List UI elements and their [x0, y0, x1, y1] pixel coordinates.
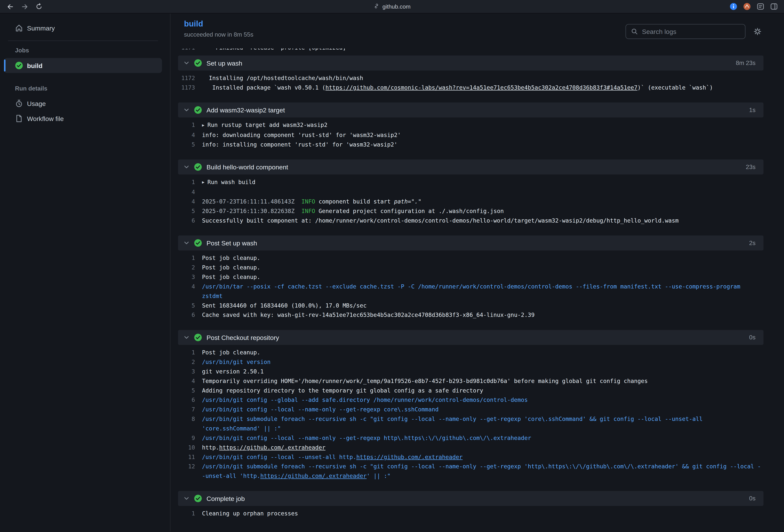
line-number[interactable]: 9: [178, 433, 202, 443]
log-line: 7/usr/bin/git config --local --name-only…: [178, 405, 763, 415]
address-bar[interactable]: github.com: [373, 3, 411, 10]
line-number[interactable]: 1: [178, 509, 202, 519]
log-viewer: 1171 Finished `release` profile [optimiz…: [171, 48, 784, 531]
line-number[interactable]: 8: [178, 415, 202, 433]
line-text: /usr/bin/git version: [202, 358, 763, 367]
url-text: github.com: [383, 3, 411, 9]
step-duration: 23s: [746, 164, 756, 171]
run-details-section-label: Run details: [4, 85, 162, 92]
sidebar-item-usage[interactable]: Usage: [4, 96, 162, 111]
line-number[interactable]: 4: [178, 197, 202, 206]
step-header[interactable]: Post Checkout repository0s: [178, 330, 763, 345]
success-check-icon: [194, 106, 202, 114]
line-number[interactable]: 10: [178, 443, 202, 452]
chevron-down-icon[interactable]: [184, 164, 190, 170]
line-text: Post job cleanup.: [202, 263, 763, 273]
line-number[interactable]: 6: [178, 310, 202, 320]
line-number[interactable]: 4: [178, 282, 202, 301]
chevron-down-icon[interactable]: [184, 60, 190, 66]
step-header[interactable]: Build hello-world component23s: [178, 160, 763, 174]
line-text: Finished `release` profile [optimized]: [202, 48, 763, 52]
log-link[interactable]: https://github.com/.extraheader: [260, 472, 367, 479]
line-number[interactable]: 5: [178, 386, 202, 395]
line-number[interactable]: 1173: [178, 83, 202, 93]
step-duration: 0s: [749, 334, 755, 341]
reader-mode-icon[interactable]: [757, 2, 764, 10]
line-text: info: installing component 'rust-std' fo…: [202, 140, 763, 149]
settings-gear-button[interactable]: [754, 27, 761, 35]
line-number[interactable]: 3: [178, 273, 202, 282]
step-header[interactable]: Complete job0s: [178, 491, 763, 506]
step-log-body: 1172 Installing /opt/hostedtoolcache/was…: [178, 71, 763, 103]
line-number[interactable]: 1: [178, 177, 202, 187]
sidebar-item-summary[interactable]: Summary: [4, 21, 162, 36]
search-logs-input[interactable]: [642, 28, 740, 35]
back-button[interactable]: [6, 2, 15, 11]
job-title-link[interactable]: build: [184, 20, 203, 28]
step-header[interactable]: Set up wash8m 23s: [178, 55, 763, 71]
line-number[interactable]: 5: [178, 140, 202, 149]
extension-icon-orange[interactable]: [743, 2, 751, 10]
step-duration: 8m 23s: [736, 59, 755, 66]
line-number[interactable]: 6: [178, 216, 202, 225]
log-line: 10http.https://github.com/.extraheader: [178, 443, 763, 452]
log-line: 52025-07-23T16:11:30.822638Z INFO Genera…: [178, 206, 763, 216]
step-duration: 1s: [749, 107, 755, 114]
chevron-down-icon[interactable]: [184, 496, 190, 501]
line-number[interactable]: 7: [178, 405, 202, 415]
chevron-down-icon[interactable]: [184, 334, 190, 340]
line-number[interactable]: 1172: [178, 74, 202, 83]
line-number[interactable]: 5: [178, 301, 202, 310]
line-number[interactable]: 4: [178, 131, 202, 140]
line-number[interactable]: 4: [178, 188, 202, 197]
expand-caret-icon[interactable]: ▶: [202, 123, 204, 128]
log-line: 11/usr/bin/git config --local --unset-al…: [178, 452, 763, 462]
sidebar-item-workflow-file[interactable]: Workflow file: [4, 111, 162, 126]
log-line: 1Post job cleanup.: [178, 253, 763, 263]
line-text: info: downloading component 'rust-std' f…: [202, 131, 763, 140]
line-number[interactable]: 1: [178, 253, 202, 263]
job-status-line: succeeded now in 8m 55s: [184, 31, 253, 38]
forward-button[interactable]: [21, 2, 29, 11]
line-number[interactable]: 6: [178, 395, 202, 405]
expand-caret-icon[interactable]: ▶: [202, 180, 204, 185]
log-line: 8/usr/bin/git submodule foreach --recurs…: [178, 415, 763, 433]
step-log-body: 1Post job cleanup.2/usr/bin/git version3…: [178, 345, 763, 491]
line-number[interactable]: 1171: [178, 48, 202, 52]
line-number[interactable]: 12: [178, 462, 202, 481]
line-number[interactable]: 4: [178, 376, 202, 386]
line-text: http.https://github.com/.extraheader: [202, 443, 763, 452]
log-link[interactable]: https://github.com/.extraheader: [356, 453, 463, 460]
extension-icon-blue[interactable]: [729, 2, 737, 10]
reload-button[interactable]: [35, 2, 43, 10]
sidebar-item-job-build[interactable]: build: [4, 58, 162, 73]
step-header[interactable]: Add wasm32-wasip2 target1s: [178, 103, 763, 117]
job-build-label: build: [27, 62, 43, 69]
log-link[interactable]: https://github.com/cosmonic-labs/wash?re…: [326, 84, 638, 91]
line-number[interactable]: 2: [178, 358, 202, 367]
log-line: 6/usr/bin/git config --global --add safe…: [178, 395, 763, 405]
sidebar-toggle-icon[interactable]: [770, 2, 778, 10]
log-line: 1Cleaning up orphan processes: [178, 509, 763, 519]
step-title: Add wasm32-wasip2 target: [206, 106, 285, 114]
line-number[interactable]: 3: [178, 367, 202, 376]
line-text: git version 2.50.1: [202, 367, 763, 376]
line-number[interactable]: 1: [178, 348, 202, 358]
line-text: /usr/bin/git config --local --name-only …: [202, 405, 763, 415]
chevron-down-icon[interactable]: [184, 107, 190, 113]
line-number[interactable]: 11: [178, 452, 202, 462]
line-number[interactable]: 1: [178, 120, 202, 130]
step-title: Post Set up wash: [206, 239, 257, 247]
line-text: ▶Run rustup target add wasm32-wasip2: [202, 120, 763, 130]
line-number[interactable]: 5: [178, 206, 202, 216]
log-line: 6Cache saved with key: wash-git-rev-14a5…: [178, 310, 763, 320]
log-line: 4/usr/bin/tar --posix -cf cache.tzst --e…: [178, 282, 763, 301]
step-header[interactable]: Post Set up wash2s: [178, 235, 763, 251]
log-link[interactable]: https://github.com/.extraheader: [219, 444, 326, 451]
step-duration: 0s: [749, 495, 755, 502]
step-title: Post Checkout repository: [206, 334, 279, 341]
chevron-down-icon[interactable]: [184, 240, 190, 246]
line-number[interactable]: 2: [178, 263, 202, 273]
jobs-section-label: Jobs: [4, 47, 162, 54]
search-logs-box: [625, 24, 746, 39]
